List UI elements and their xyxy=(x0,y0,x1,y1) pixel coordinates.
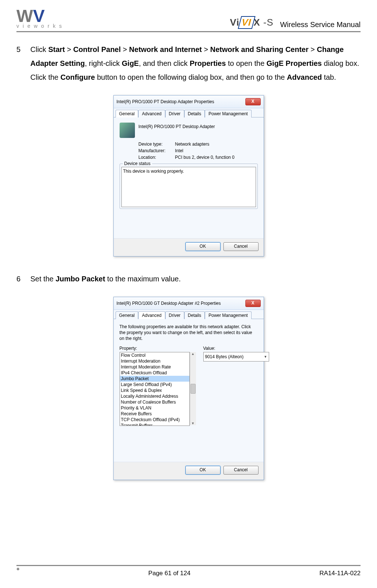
ok-button[interactable]: OK xyxy=(185,466,220,475)
list-item[interactable]: Flow Control xyxy=(120,352,189,358)
step-5: 5 Click Start > Control Panel > Network … xyxy=(16,42,361,84)
device-status-text[interactable]: This device is working properly. xyxy=(121,167,256,207)
tab-advanced[interactable]: Advanced xyxy=(138,110,165,117)
advanced-description: The following properties are available f… xyxy=(120,324,258,341)
property-listbox[interactable]: Flow Control Interrupt Moderation Interr… xyxy=(120,352,190,426)
tab-advanced[interactable]: Advanced xyxy=(138,311,165,319)
list-item[interactable]: Interrupt Moderation Rate xyxy=(120,364,189,370)
list-item[interactable]: Transmit Buffers xyxy=(120,423,189,426)
dialog-adapter-properties-general: Intel(R) PRO/1000 PT Desktop Adapter Pro… xyxy=(113,95,264,256)
dialog2-titlebar[interactable]: Intel(R) PRO/1000 GT Desktop Adapter #2 … xyxy=(114,297,264,310)
vieworks-logo-text: v i e w o r k s xyxy=(16,23,63,29)
tab-general[interactable]: General xyxy=(116,311,139,319)
dialog-adapter-properties-advanced: Intel(R) PRO/1000 GT Desktop Adapter #2 … xyxy=(113,297,264,480)
property-label: Property: xyxy=(120,346,196,351)
vieworks-logo: WV v i e w o r k s xyxy=(16,9,63,29)
dialog1-titlebar[interactable]: Intel(R) PRO/1000 PT Desktop Adapter Pro… xyxy=(114,95,264,108)
page-footer: Page 61 of 124 RA14-11A-022 xyxy=(16,565,361,577)
step-6-number: 6 xyxy=(16,272,30,286)
cancel-button[interactable]: Cancel xyxy=(223,242,259,251)
dialog1-buttons: OK Cancel xyxy=(114,238,264,256)
doc-number: RA14-11A-022 xyxy=(320,570,361,577)
vivix-logo: ViVIX -S xyxy=(230,16,274,29)
scroll-thumb[interactable] xyxy=(191,384,196,394)
page-number: Page 61 of 124 xyxy=(148,570,191,577)
step-6-text: Set the Jumbo Packet to the maximum valu… xyxy=(30,272,181,286)
close-icon[interactable]: X xyxy=(245,300,261,307)
chevron-down-icon[interactable]: ▼ xyxy=(191,422,195,425)
manufacturer-label: Manufacturer: xyxy=(139,148,175,153)
manual-title: Wireless Service Manual xyxy=(280,20,361,29)
dialog1-body: Intel(R) PRO/1000 PT Desktop Adapter Dev… xyxy=(114,117,264,238)
value-dropdown[interactable]: 9014 Bytes (Alteon) xyxy=(203,352,269,362)
tab-power-management[interactable]: Power Management xyxy=(205,110,251,117)
cancel-button[interactable]: Cancel xyxy=(223,466,259,475)
dialog1-tabs: General Advanced Driver Details Power Ma… xyxy=(114,108,264,117)
tab-general[interactable]: General xyxy=(116,110,139,117)
ok-button[interactable]: OK xyxy=(185,242,220,251)
close-icon[interactable]: X xyxy=(245,98,261,105)
tab-power-management[interactable]: Power Management xyxy=(205,311,251,319)
dialog2-title: Intel(R) PRO/1000 GT Desktop Adapter #2 … xyxy=(117,301,221,306)
location-label: Location: xyxy=(139,155,175,160)
manufacturer-value: Intel xyxy=(175,148,184,153)
list-item[interactable]: Locally Administered Address xyxy=(120,393,189,399)
page-header: WV v i e w o r k s ViVIX -S Wireless Ser… xyxy=(16,9,361,32)
device-status-label: Device status xyxy=(123,161,152,166)
device-type-label: Device type: xyxy=(139,142,175,147)
location-value: PCI bus 2, device 0, function 0 xyxy=(175,155,235,160)
tab-driver[interactable]: Driver xyxy=(165,110,184,117)
dialog1-title: Intel(R) PRO/1000 PT Desktop Adapter Pro… xyxy=(117,99,214,104)
dialog2-tabs: General Advanced Driver Details Power Ma… xyxy=(114,310,264,319)
dialog2-body: The following properties are available f… xyxy=(114,319,264,462)
footer-diamond-left xyxy=(16,570,19,577)
list-item[interactable]: Interrupt Moderation xyxy=(120,358,189,364)
adapter-icon xyxy=(120,123,135,138)
value-dropdown-text: 9014 Bytes (Alteon) xyxy=(205,354,244,359)
list-item[interactable]: Priority & VLAN xyxy=(120,405,189,411)
dialog2-buttons: OK Cancel xyxy=(114,462,264,480)
value-label: Value: xyxy=(203,346,269,351)
list-item[interactable]: Receive Buffers xyxy=(120,411,189,417)
list-item[interactable]: Link Speed & Duplex xyxy=(120,387,189,393)
adapter-name: Intel(R) PRO/1000 PT Desktop Adapter xyxy=(139,123,215,129)
device-type-value: Network adapters xyxy=(175,142,210,147)
step-5-text: Click Start > Control Panel > Network an… xyxy=(30,42,361,84)
list-item[interactable]: IPv4 Checksum Offload xyxy=(120,370,189,376)
list-item-jumbo-packet[interactable]: Jumbo Packet xyxy=(120,376,189,382)
step-6: 6 Set the Jumbo Packet to the maximum va… xyxy=(16,272,361,286)
list-item[interactable]: TCP Checksum Offload (IPv4) xyxy=(120,417,189,423)
list-item[interactable]: Number of Coalesce Buffers xyxy=(120,399,189,405)
tab-details[interactable]: Details xyxy=(184,311,205,319)
list-item[interactable]: Large Send Offload (IPv4) xyxy=(120,382,189,387)
device-status-fieldset: Device status This device is working pro… xyxy=(120,164,258,209)
chevron-up-icon[interactable]: ▲ xyxy=(191,352,195,356)
step-5-number: 5 xyxy=(16,42,30,84)
tab-details[interactable]: Details xyxy=(184,110,205,117)
tab-driver[interactable]: Driver xyxy=(165,311,184,319)
scrollbar[interactable]: ▲ ▼ xyxy=(190,352,196,425)
